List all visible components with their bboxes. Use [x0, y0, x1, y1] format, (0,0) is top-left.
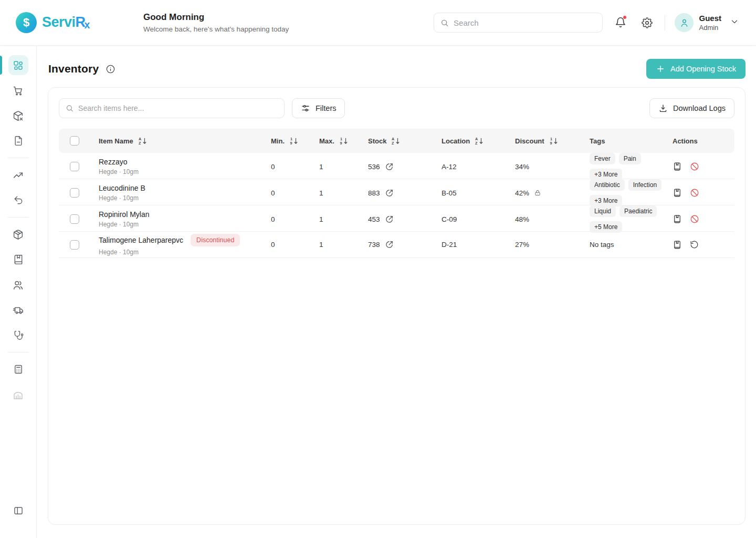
sidebar-item-package[interactable]: [8, 224, 28, 244]
tags-more-chip[interactable]: +3 More: [590, 169, 622, 180]
location-value: D-21: [442, 241, 457, 249]
sidebar-collapse-button[interactable]: [8, 501, 28, 521]
column-header: Discount19: [515, 137, 590, 146]
sidebar-item-cart[interactable]: [8, 80, 28, 100]
item-name-line: Ropinirol Mylan: [99, 210, 271, 219]
info-button[interactable]: [106, 64, 116, 74]
trending-up-icon: [13, 170, 24, 181]
user-name: Guest: [699, 14, 721, 23]
discontinue-button[interactable]: [690, 214, 699, 224]
sidebar-item-calculator[interactable]: [8, 359, 28, 379]
sidebar-item-truck[interactable]: [8, 300, 28, 320]
svg-text:Z: Z: [139, 141, 141, 146]
table-header: Item NameAZMin.19Max.19StockAZLocationAZ…: [59, 129, 734, 153]
app-root: $ ServiRx Good Morning Welcome back, her…: [0, 0, 756, 538]
min-cell: 0: [271, 163, 319, 171]
sidebar-item-users[interactable]: [8, 275, 28, 295]
add-opening-stock-button[interactable]: Add Opening Stock: [646, 59, 746, 79]
tags-more-chip[interactable]: +5 More: [590, 221, 622, 233]
topbar-right: Guest Admin: [434, 13, 739, 33]
global-search-input[interactable]: [454, 18, 596, 27]
brand-logo[interactable]: $ ServiRx: [16, 12, 143, 33]
download-label: Download Logs: [673, 104, 726, 112]
log-book-button[interactable]: [673, 162, 682, 171]
settings-button[interactable]: [638, 14, 655, 31]
log-book-button[interactable]: [673, 240, 682, 250]
tags-cell: AntibioticInfection+3 More: [590, 179, 673, 206]
log-book-button[interactable]: [673, 214, 682, 224]
max-value: 1: [319, 215, 323, 223]
items-search[interactable]: [59, 98, 285, 118]
sort-button[interactable]: 19: [339, 137, 348, 146]
book-saved-icon: [673, 240, 682, 250]
sort-button[interactable]: AZ: [138, 137, 147, 146]
sort-button[interactable]: AZ: [475, 137, 484, 146]
brand-rx-r: R: [76, 14, 86, 30]
row-checkbox[interactable]: [70, 240, 79, 250]
sort-button[interactable]: 19: [289, 137, 298, 146]
sidebar-item-stethoscope[interactable]: [8, 325, 28, 345]
sidebar-divider: [8, 352, 29, 353]
profile-menu[interactable]: Guest Admin: [675, 13, 739, 32]
search-icon: [440, 18, 449, 27]
brand-name: ServiRx: [42, 14, 90, 31]
stock-external-link-button[interactable]: [385, 240, 394, 249]
min-cell: 0: [271, 215, 319, 223]
sidebar-item-package-x[interactable]: [8, 106, 28, 126]
discontinue-button[interactable]: [690, 188, 699, 198]
sort-button[interactable]: 19: [549, 137, 558, 146]
item-name-line: Leucodinine B: [99, 184, 271, 192]
sidebar-divider: [8, 158, 29, 158]
sidebar-item-grid[interactable]: [8, 55, 28, 75]
tags-cell: LiquidPaediatric+5 More: [590, 205, 673, 233]
select-all-checkbox[interactable]: [70, 136, 79, 146]
sidebar-item-undo[interactable]: [8, 190, 28, 210]
row-checkbox[interactable]: [70, 162, 79, 171]
stock-external-link-button[interactable]: [385, 189, 394, 198]
grid-icon: [13, 60, 24, 71]
items-search-input[interactable]: [78, 104, 278, 112]
min-value: 0: [271, 215, 275, 223]
discount-value: 42%: [515, 189, 529, 197]
sidebar-item-bar-chart[interactable]: [8, 385, 28, 405]
location-value: B-05: [442, 189, 457, 197]
svg-text:1: 1: [340, 137, 342, 141]
item-name-line: Rezzayo: [99, 158, 271, 166]
svg-text:A: A: [139, 137, 141, 141]
discount-cell: 42%: [515, 189, 590, 197]
inventory-card: Filters Download Logs Item NameAZMin.19M…: [48, 87, 746, 525]
user-role: Admin: [699, 24, 721, 32]
max-value: 1: [319, 163, 323, 171]
global-search[interactable]: [434, 13, 603, 33]
svg-text:9: 9: [290, 141, 292, 146]
download-logs-button[interactable]: Download Logs: [649, 98, 734, 118]
sidebar-item-book[interactable]: [8, 250, 28, 270]
discount-cell: 48%: [515, 215, 590, 223]
tags-more-chip[interactable]: +3 More: [590, 195, 622, 206]
row-checkbox[interactable]: [70, 188, 79, 198]
sidebar-item-file-text[interactable]: [8, 131, 28, 151]
external-link-icon: [385, 189, 394, 198]
discontinue-button[interactable]: [690, 162, 699, 171]
column-label: Actions: [673, 137, 698, 145]
stock-external-link-button[interactable]: [385, 215, 394, 224]
row-checkbox-cell: [59, 162, 99, 171]
package-x-icon: [13, 110, 24, 121]
stock-value: 453: [368, 215, 380, 223]
notifications-button[interactable]: [612, 14, 629, 31]
book-saved-icon: [673, 162, 682, 171]
row-checkbox[interactable]: [70, 214, 79, 224]
dollar-logo-icon: $: [16, 12, 37, 33]
log-book-button[interactable]: [673, 188, 682, 198]
sort-button[interactable]: AZ: [391, 137, 400, 146]
bar-chart-icon: [13, 389, 24, 400]
stock-external-link-button[interactable]: [385, 162, 394, 171]
item-meta: Hegde · 10gm: [99, 249, 271, 256]
chevron-down-icon[interactable]: [730, 17, 739, 28]
item-name-cell: Ropinirol MylanHegde · 10gm: [99, 210, 271, 228]
ban-icon: [690, 214, 699, 224]
sidebar-item-trending-up[interactable]: [8, 165, 28, 185]
restore-button[interactable]: [690, 240, 699, 249]
sort-az-icon: AZ: [391, 137, 400, 146]
filters-button[interactable]: Filters: [292, 98, 345, 118]
